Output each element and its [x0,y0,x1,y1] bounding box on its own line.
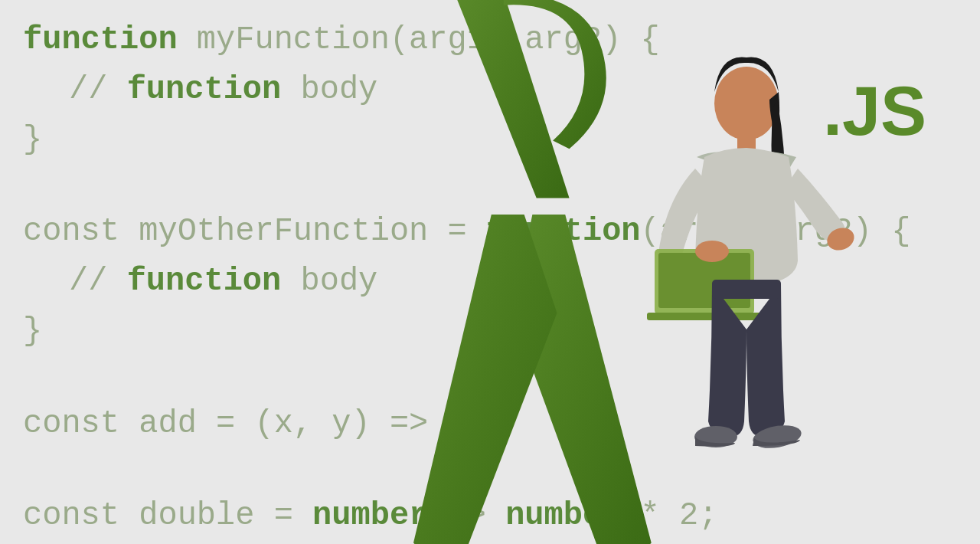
svg-rect-7 [712,280,781,299]
svg-rect-5 [647,313,762,320]
keyword-function-1: function [23,21,178,58]
person-illustration [612,46,858,490]
svg-point-0 [714,67,779,140]
svg-point-6 [695,241,729,262]
